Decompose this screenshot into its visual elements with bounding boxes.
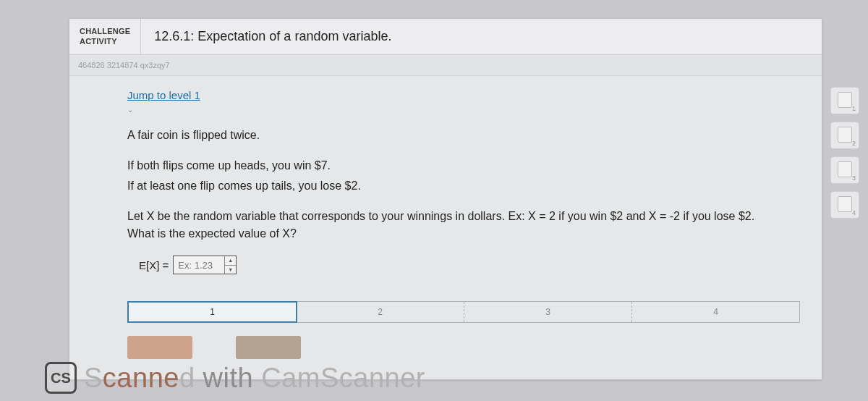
progress-segment-3[interactable]: 3 xyxy=(464,302,632,322)
answer-row: E[X] = ▲ ▼ xyxy=(139,256,822,274)
next-button[interactable] xyxy=(236,336,301,359)
level-box-1[interactable]: 1 xyxy=(830,87,859,114)
label-challenge: CHALLENGE xyxy=(80,27,130,36)
level-progress-bar: 1 2 3 4 xyxy=(127,301,800,323)
watermark-text: Scanned with CamScanner xyxy=(84,363,425,394)
activity-title: 12.6.1: Expectation of a random variable… xyxy=(141,19,404,54)
check-button[interactable] xyxy=(127,336,192,359)
equation-lhs: E[X] = xyxy=(139,259,169,271)
camscanner-watermark: CS Scanned with CamScanner xyxy=(45,362,425,394)
activity-type-label: CHALLENGE ACTIVITY xyxy=(69,19,141,54)
level-box-4[interactable]: 4 xyxy=(830,191,859,219)
problem-body: A fair coin is flipped twice. If both fl… xyxy=(127,127,778,242)
problem-rule-2: If at least one flip comes up tails, you… xyxy=(127,177,778,195)
jump-marker: ⌄ xyxy=(127,106,822,114)
progress-segment-4[interactable]: 4 xyxy=(632,302,799,322)
problem-intro: A fair coin is flipped twice. xyxy=(127,127,778,144)
level-sidebar: 1 2 3 4 xyxy=(830,87,859,219)
activity-id: 464826 3214874 qx3zqy7 xyxy=(69,55,822,76)
progress-segment-1[interactable]: 1 xyxy=(127,301,297,323)
label-activity: ACTIVITY xyxy=(80,37,130,46)
activity-header: CHALLENGE ACTIVITY 12.6.1: Expectation o… xyxy=(69,19,822,55)
progress-segment-2[interactable]: 2 xyxy=(297,302,464,322)
cs-badge-icon: CS xyxy=(45,362,77,394)
step-up-icon[interactable]: ▲ xyxy=(225,256,236,266)
step-down-icon[interactable]: ▼ xyxy=(225,266,236,274)
problem-rule-1: If both flips come up heads, you win $7. xyxy=(127,157,778,174)
stepper-controls: ▲ ▼ xyxy=(224,256,236,274)
answer-stepper[interactable]: ▲ ▼ xyxy=(173,256,237,274)
activity-card: CHALLENGE ACTIVITY 12.6.1: Expectation o… xyxy=(69,18,822,380)
jump-to-level-link[interactable]: Jump to level 1 xyxy=(127,89,200,101)
level-box-2[interactable]: 2 xyxy=(830,122,859,149)
answer-input[interactable] xyxy=(174,256,224,274)
problem-question: Let X be the random variable that corres… xyxy=(127,208,778,242)
level-box-3[interactable]: 3 xyxy=(830,156,859,184)
action-buttons xyxy=(127,336,301,359)
